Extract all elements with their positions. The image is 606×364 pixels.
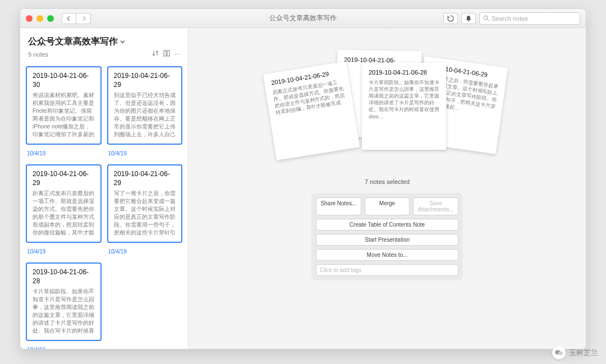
content-area: 2019-10-04-21-06- 2019-10-04-21-06-29 距离…	[189, 28, 586, 349]
note-card-title: 2019-10-04-21-06-28	[33, 268, 95, 285]
notifications-button[interactable]	[461, 13, 476, 24]
stack-card: 2019-10-04-21-06-28 卡片草拟阶段。如果你不知道卡片是写作是怎…	[362, 63, 446, 150]
nav-buttons	[62, 13, 91, 24]
minimize-window-button[interactable]	[36, 15, 43, 22]
chevron-down-icon	[120, 39, 125, 44]
svg-point-6	[558, 352, 563, 356]
titlebar: 公众号文章高效率写作 Search notes	[20, 9, 586, 28]
note-card-date: 10/4/19	[107, 248, 183, 257]
note-card-title: 2019-10-04-21-06-29	[114, 72, 176, 89]
stack-card: 2019-10-04-21-06-29 距离正式发布只差最后一项工作。那就是选择…	[263, 61, 360, 160]
note-card[interactable]: 2019-10-04-21-06-29 到这里似乎已经大功告成了。但是还远远没有…	[107, 66, 183, 145]
share-notes-button[interactable]: Share Notes...	[316, 197, 361, 215]
note-card-date: 10/4/19	[26, 347, 102, 349]
search-placeholder: Search notes	[492, 15, 528, 22]
note-count-label: 9 notes	[28, 51, 48, 58]
create-toc-button[interactable]: Create Table of Contents Note	[316, 219, 458, 231]
svg-rect-3	[164, 50, 166, 56]
notebook-header: 公众号文章高效率写作 9 notes ···	[20, 28, 188, 61]
nav-back-button[interactable]	[62, 13, 76, 24]
note-card-snippet: 先说说素材积累吧。素材积累我使用的工具主要是Fnote和印象笔记。保留两者是因为…	[33, 91, 95, 139]
svg-line-2	[487, 19, 489, 21]
search-input[interactable]: Search notes	[479, 12, 580, 25]
note-card-grid: 2019-10-04-21-06-30 先说说素材积累吧。素材积累我使用的工具主…	[20, 61, 188, 349]
note-list-sidebar: 公众号文章高效率写作 9 notes ··· 2019-10-04-21-06-…	[20, 28, 189, 349]
main-area: 公众号文章高效率写作 9 notes ··· 2019-10-04-21-06-…	[20, 28, 586, 349]
note-card-date: 10/4/19	[107, 150, 183, 159]
traffic-lights	[26, 15, 54, 22]
note-card[interactable]: 2019-10-04-21-06-29 写了一堆卡片之后，你需要把它整合起来变成…	[107, 164, 183, 243]
nav-forward-button[interactable]	[76, 13, 91, 24]
note-card-title: 2019-10-04-21-06-30	[33, 72, 95, 89]
note-card[interactable]: 2019-10-04-21-06-28 卡片草拟阶段。如果你不知道卡片是写作是怎…	[26, 262, 102, 341]
watermark: 玉树芝兰	[552, 346, 598, 360]
svg-rect-4	[167, 50, 169, 56]
selection-count-label: 7 notes selected	[365, 178, 410, 185]
wechat-icon	[552, 346, 566, 360]
merge-notes-button[interactable]: Merge	[365, 197, 410, 215]
notebook-title[interactable]: 公众号文章高效率写作	[28, 36, 180, 48]
sort-button[interactable]	[152, 50, 159, 58]
close-window-button[interactable]	[26, 15, 33, 22]
start-presentation-button[interactable]: Start Presentation	[316, 234, 458, 246]
sync-button[interactable]	[443, 13, 458, 24]
note-card-snippet: 写了一堆卡片之后，你需要把它整合起来变成一篇文章。这个时候实际上对应的是真正的文…	[114, 190, 176, 237]
note-card-title: 2019-10-04-21-06-29	[33, 170, 95, 187]
more-options-button[interactable]: ···	[175, 50, 180, 58]
note-card-date: 10/4/19	[26, 248, 102, 257]
svg-point-1	[484, 16, 487, 19]
note-card-title: 2019-10-04-21-06-29	[114, 170, 176, 187]
note-card-snippet: 距离正式发布只差最后的一项工作。那就是选择渲染的方式。你需要先把你的那个墨文件与…	[33, 190, 95, 237]
watermark-text: 玉树芝兰	[569, 348, 598, 358]
multi-select-actions: Share Notes... Merge Save Attachments...…	[311, 193, 463, 280]
svg-point-0	[468, 20, 469, 21]
selection-preview-stack: 2019-10-04-21-06- 2019-10-04-21-06-29 距离…	[269, 50, 505, 163]
note-card-snippet: 到这里似乎已经大功告成了。但是还远远没有，因为你的图片还都在本地保存。要是想顺移…	[114, 91, 176, 139]
note-card-snippet: 卡片草拟阶段。如果你不知道卡片是写作是怎么回事，这里推荐阅读我之前的这篇文章，它…	[33, 288, 95, 335]
note-card[interactable]: 2019-10-04-21-06-29 距离正式发布只差最后的一项工作。那就是选…	[26, 164, 102, 243]
app-window: 公众号文章高效率写作 Search notes 公众号文章高效率写作 9	[20, 8, 586, 349]
view-toggle-button[interactable]	[163, 50, 170, 58]
move-notes-button[interactable]: Move Notes to...	[316, 249, 458, 261]
save-attachments-button[interactable]: Save Attachments...	[413, 197, 458, 215]
note-card-date: 10/4/19	[26, 150, 102, 159]
note-card[interactable]: 2019-10-04-21-06-30 先说说素材积累吧。素材积累我使用的工具主…	[26, 66, 102, 145]
add-tags-input[interactable]: Click to add tags	[316, 264, 458, 276]
zoom-window-button[interactable]	[47, 15, 54, 22]
